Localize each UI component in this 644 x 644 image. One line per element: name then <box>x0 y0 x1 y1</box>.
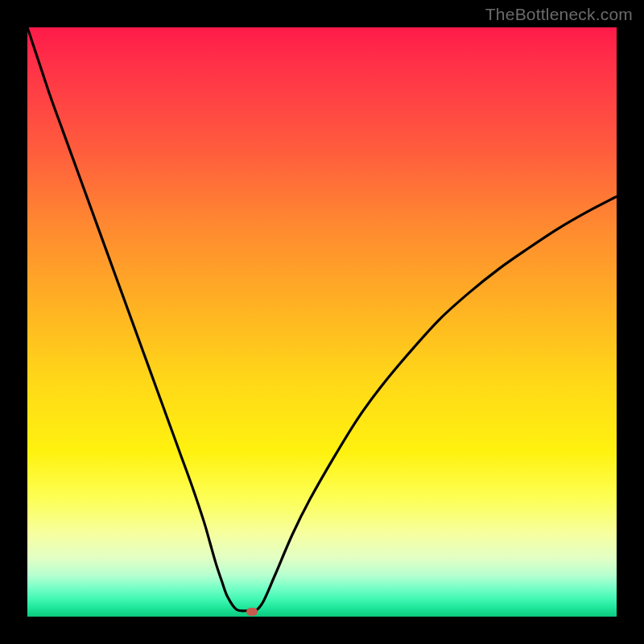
bottleneck-curve <box>27 27 617 617</box>
watermark-text: TheBottleneck.com <box>485 5 633 24</box>
plot-area <box>27 27 617 617</box>
chart-frame: TheBottleneck.com <box>0 0 644 644</box>
optimal-point-marker <box>246 608 258 616</box>
